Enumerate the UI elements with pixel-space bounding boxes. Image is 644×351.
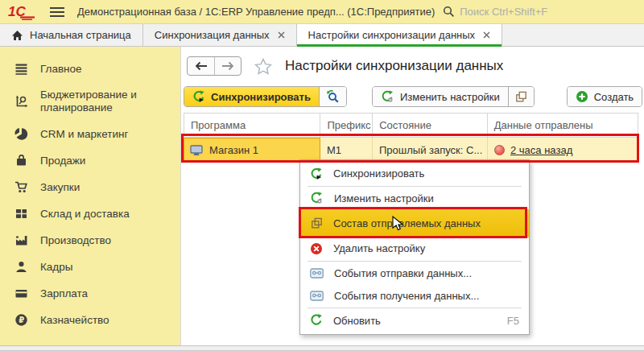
shopping-cart-icon [14, 180, 28, 194]
menu-item-refresh[interactable]: Обновить F5 [300, 309, 529, 332]
close-icon[interactable] [278, 31, 285, 39]
sidebar-item-purchases[interactable]: Закупки [0, 174, 180, 200]
create-button-label: Создать [594, 91, 634, 103]
tab-label: Начальная страница [30, 29, 131, 41]
top-bar: 1С Демонстрационная база / 1С:ERP Управл… [0, 0, 644, 24]
toolbar: Синхронизировать [184, 86, 642, 107]
column-header-program[interactable]: Программа [184, 114, 320, 137]
sidebar-item-label: Склад и доставка [40, 208, 130, 221]
settings-button-group: Изменить настройки [372, 86, 535, 107]
menu-item-label: События получения данных... [334, 290, 479, 302]
synchronize-button-label: Синхронизировать [211, 91, 311, 103]
create-button[interactable]: Создать [568, 87, 642, 106]
data-composition-button[interactable] [508, 87, 534, 106]
sync-settings-table: Программа Префикс Состояние Данные отпра… [184, 113, 638, 163]
svg-text:₽: ₽ [19, 316, 24, 324]
tab-label: Настройки синхронизации данных [308, 29, 476, 41]
tab-home-page[interactable]: Начальная страница [0, 24, 143, 46]
sidebar-item-label: Производство [40, 234, 111, 247]
page-title: Настройки синхронизации данных [285, 58, 503, 74]
change-settings-button[interactable]: Изменить настройки [373, 87, 508, 106]
menu-item-sent-data-composition[interactable]: Состав отправляемых данных [300, 209, 529, 237]
sidebar-item-treasury[interactable]: ₽ Казначейство [0, 307, 180, 333]
forward-button[interactable] [214, 57, 241, 75]
person-icon [14, 260, 28, 274]
create-button-group: Создать [567, 86, 642, 107]
context-menu: Синхронизировать Изменить настройки [299, 159, 530, 335]
tab-bar: Начальная страница Синхронизация данных … [0, 24, 644, 47]
grid-icon [14, 207, 28, 221]
sidebar-item-production[interactable]: Производство [0, 227, 180, 254]
sidebar-item-sales[interactable]: Продажи [0, 147, 180, 174]
search-placeholder: Поиск Ctrl+Shift+F [460, 6, 547, 18]
refresh-icon [310, 314, 323, 327]
menu-item-change-settings[interactable]: Изменить настройки [300, 188, 529, 210]
sidebar-item-label: Продажи [40, 155, 85, 167]
sync-gear-icon [310, 192, 324, 205]
back-button[interactable] [188, 57, 214, 75]
menu-lines-icon [14, 62, 28, 76]
card-icon [14, 287, 28, 300]
sidebar-item-label: CRM и маркетинг [40, 128, 128, 141]
global-search[interactable]: Поиск Ctrl+Shift+F [443, 6, 636, 18]
home-icon [11, 30, 23, 41]
menu-item-shortcut: F5 [507, 315, 519, 327]
change-settings-button-label: Изменить настройки [400, 91, 500, 103]
sync-with-search-button[interactable] [319, 87, 346, 106]
tab-label: Синхронизация данных [155, 29, 270, 41]
menu-item-label: Синхронизировать [333, 167, 424, 180]
sidebar-item-label: Зарплата [40, 287, 88, 300]
menu-separator [308, 308, 522, 308]
sidebar-item-label: Кадры [40, 261, 72, 274]
window-bottom-edge [0, 345, 644, 351]
sidebar-item-label: Главное [40, 63, 82, 76]
column-header-prefix[interactable]: Префикс [320, 114, 373, 137]
sync-icon [192, 90, 205, 103]
journal-icon [310, 268, 324, 279]
chart-axis-icon [14, 95, 28, 109]
main-menu-icon[interactable] [50, 6, 64, 18]
pie-chart-icon [14, 127, 28, 141]
delete-icon [310, 242, 323, 255]
sidebar-item-warehouse[interactable]: Склад и доставка [0, 200, 180, 227]
close-icon[interactable] [483, 31, 490, 39]
menu-separator [308, 186, 522, 187]
status-red-circle-icon [494, 145, 505, 155]
journal-icon [310, 291, 324, 301]
sidebar-item-hr[interactable]: Кадры [0, 254, 180, 280]
sync-icon [310, 167, 323, 180]
plus-icon [576, 90, 588, 103]
menu-item-synchronize[interactable]: Синхронизировать [300, 163, 529, 185]
menu-separator [308, 261, 522, 262]
menu-item-send-events[interactable]: События отправки данных... [300, 262, 529, 285]
tab-sync-settings[interactable]: Настройки синхронизации данных [297, 24, 503, 46]
search-icon [443, 6, 455, 18]
sidebar-item-main[interactable]: Главное [0, 56, 180, 82]
menu-item-label: Изменить настройки [334, 192, 434, 204]
tab-data-sync[interactable]: Синхронизация данных [143, 24, 297, 46]
synchronize-button[interactable]: Синхронизировать [184, 87, 319, 106]
table-header: Программа Префикс Состояние Данные отпра… [184, 113, 638, 138]
data-sent-link[interactable]: 2 часа назад [510, 144, 572, 156]
sidebar-item-payroll[interactable]: Зарплата [0, 280, 180, 307]
menu-item-label: События отправки данных... [334, 267, 472, 279]
ruble-icon: ₽ [14, 313, 28, 327]
copy-icon [310, 217, 323, 229]
sidebar-item-label: Бюджетирование и планирование [40, 89, 174, 114]
menu-item-label: Обновить [333, 315, 381, 327]
sidebar-item-budgeting[interactable]: Бюджетирование и планирование [0, 82, 180, 121]
menu-item-receive-events[interactable]: События получения данных... [300, 285, 529, 308]
favorite-star-icon[interactable] [254, 58, 272, 75]
sidebar-item-label: Закупки [40, 181, 80, 194]
factory-icon [14, 233, 28, 247]
menu-item-label: Состав отправляемых данных [333, 217, 481, 229]
sidebar-item-label: Казначейство [40, 314, 109, 327]
sidebar-item-crm[interactable]: CRM и маркетинг [0, 121, 180, 147]
1c-logo-icon: 1С [8, 4, 37, 20]
program-name: Магазин 1 [209, 144, 258, 156]
column-header-state[interactable]: Состояние [373, 114, 488, 137]
menu-item-delete-setting[interactable]: Удалить настройку [300, 237, 529, 260]
sync-gear-icon [381, 90, 394, 104]
column-header-data-sent[interactable]: Данные отправлены [488, 114, 638, 137]
computer-icon [190, 145, 203, 156]
